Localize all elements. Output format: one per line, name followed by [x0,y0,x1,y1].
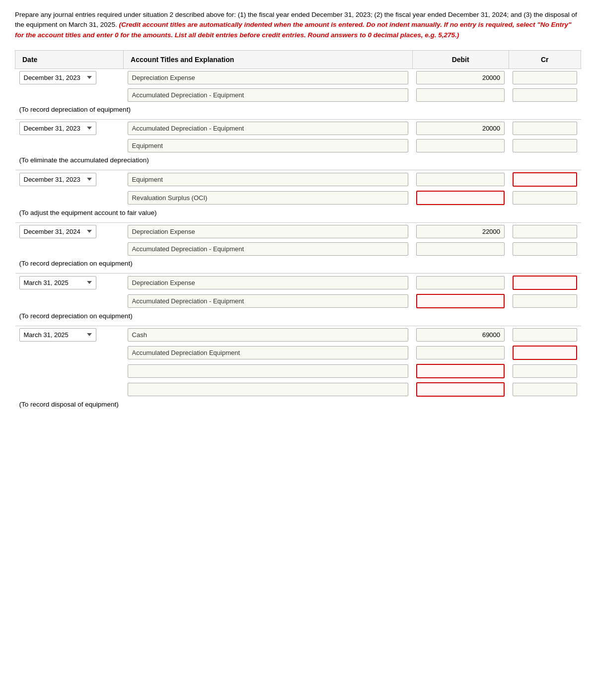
account-input-entry2-0[interactable] [128,122,409,135]
credit-input-entry1-1[interactable] [513,88,577,102]
note-entry5: (To record depreciation on equipment) [15,310,581,322]
header-debit: Debit [412,50,509,69]
date-select-entry5[interactable]: December 31, 2023December 31, 2024March … [19,276,96,289]
credit-input-entry5-1[interactable] [513,294,577,308]
account-input-entry3-0[interactable] [128,173,409,186]
account-input-entry1-0[interactable] [128,71,409,84]
debit-input-entry6-2[interactable] [416,364,505,378]
note-entry3: (To adjust the equipment account to fair… [15,207,581,218]
credit-input-entry3-0[interactable] [513,172,577,187]
account-input-entry4-0[interactable] [128,225,409,238]
debit-input-entry3-1[interactable] [416,191,505,205]
credit-input-entry2-1[interactable] [513,139,577,152]
credit-input-entry2-0[interactable] [513,122,577,135]
header-account: Account Titles and Explanation [124,50,413,69]
debit-input-entry6-0[interactable] [416,328,505,342]
debit-input-entry6-1[interactable] [416,346,505,359]
account-input-entry6-1[interactable] [128,346,409,359]
credit-input-entry6-2[interactable] [513,364,577,378]
account-input-entry1-1[interactable] [128,88,409,102]
note-entry4: (To record depreciation on equipment) [15,258,581,269]
date-select-entry6[interactable]: December 31, 2023December 31, 2024March … [19,328,96,342]
account-input-entry5-0[interactable] [128,276,409,289]
account-input-entry2-1[interactable] [128,139,409,152]
credit-input-entry1-0[interactable] [513,71,577,84]
account-input-entry6-2[interactable] [128,364,409,378]
debit-input-entry2-0[interactable] [416,122,505,135]
header-credit: Cr [509,50,581,69]
credit-input-entry4-0[interactable] [513,225,577,238]
debit-input-entry5-1[interactable] [416,294,505,308]
credit-input-entry4-1[interactable] [513,242,577,256]
account-input-entry6-0[interactable] [128,328,409,342]
date-select-entry1[interactable]: December 31, 2023December 31, 2024March … [19,71,96,84]
debit-input-entry4-0[interactable] [416,225,505,238]
date-select-entry3[interactable]: December 31, 2023December 31, 2024March … [19,173,96,186]
date-select-entry2[interactable]: December 31, 2023December 31, 2024March … [19,122,96,135]
debit-input-entry4-1[interactable] [416,242,505,256]
debit-input-entry3-0[interactable] [416,173,505,186]
debit-input-entry2-1[interactable] [416,139,505,152]
debit-input-entry1-0[interactable] [416,71,505,84]
account-input-entry4-1[interactable] [128,242,409,256]
note-entry1: (To record depreciation of equipment) [15,104,581,115]
header-date: Date [15,50,124,69]
credit-input-entry6-0[interactable] [513,328,577,342]
note-entry2: (To eliminate the accumulated depreciati… [15,154,581,166]
credit-input-entry3-1[interactable] [513,191,577,205]
account-input-entry3-1[interactable] [128,191,409,205]
debit-input-entry1-1[interactable] [416,88,505,102]
date-select-entry4[interactable]: December 31, 2023December 31, 2024March … [19,225,96,238]
journal-table: Date Account Titles and Explanation Debi… [15,50,581,414]
account-input-entry5-1[interactable] [128,294,409,308]
credit-input-entry6-1[interactable] [513,346,577,360]
credit-input-entry5-0[interactable] [513,276,577,290]
debit-input-entry6-3[interactable] [416,382,505,397]
debit-input-entry5-0[interactable] [416,276,505,289]
account-input-entry6-3[interactable] [128,383,409,396]
credit-input-entry6-3[interactable] [513,383,577,396]
instructions-block: Prepare any journal entries required und… [15,10,581,40]
note-entry6: (To record disposal of equipment) [15,399,581,410]
